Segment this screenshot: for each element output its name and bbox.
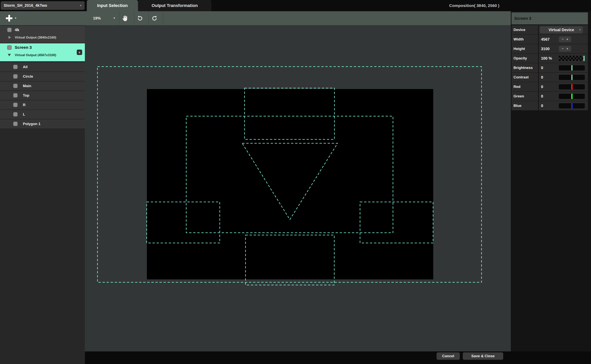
project-dropdown-label: Storm_SH_2016_4kTwo — [4, 3, 47, 7]
rotate-cw-button[interactable] — [149, 11, 160, 25]
prop-value: 100 % — [539, 54, 588, 63]
pan-tool-button[interactable] — [119, 11, 131, 25]
inspector-rows: DeviceVirtual Device▼Width4567−+Height31… — [511, 25, 588, 110]
plus-button[interactable]: + — [566, 47, 568, 51]
circle-checkbox[interactable] — [13, 74, 18, 79]
canvas-svg — [85, 25, 511, 351]
opacity-value: 100 % — [541, 56, 559, 61]
sidebar-children: AllCircleMainTopRLPolygon 1 — [0, 63, 85, 128]
prop-row-contrast: Contrast0 — [511, 73, 588, 82]
virtual-output-label: Virtual Output (3840x2160) — [15, 36, 56, 39]
red-slider[interactable] — [559, 84, 585, 90]
expanded-disclosure-icon[interactable] — [8, 54, 11, 56]
sidebar-item-top[interactable]: Top — [0, 91, 85, 100]
width-stepper[interactable]: −+ — [559, 36, 571, 42]
opacity-slider[interactable] — [559, 56, 585, 61]
collapsed-disclosure-icon[interactable] — [8, 36, 11, 39]
main-checkbox[interactable] — [13, 84, 18, 88]
chevron-down-icon: ▼ — [113, 11, 115, 25]
device-dropdown[interactable]: Virtual Device▼ — [540, 26, 583, 33]
layer-label: Main — [23, 82, 31, 91]
screen-name: 4k — [15, 27, 19, 32]
screen-4k-checkbox[interactable] — [7, 28, 12, 32]
slider-handle[interactable] — [571, 65, 573, 71]
screen-item-4k[interactable]: 4k Virtual Output (3840x2160) — [0, 26, 85, 43]
prop-value: 4567−+ — [539, 35, 588, 44]
height-stepper[interactable]: −+ — [559, 46, 571, 52]
polygon-1-checkbox[interactable] — [13, 122, 18, 126]
prop-row-height: Height3100−+ — [511, 44, 588, 54]
green-slider[interactable] — [559, 94, 585, 99]
green-value: 0 — [541, 94, 559, 98]
screen-3-checkbox[interactable] — [7, 45, 12, 50]
height-value: 3100 — [541, 47, 559, 51]
prop-value: 0 — [539, 91, 588, 101]
prop-label: Green — [511, 91, 539, 101]
footer-bar: Cancel Save & Close — [85, 351, 591, 364]
layer-label: R — [23, 100, 26, 109]
screen-list: 4k Virtual Output (3840x2160) Screen 3 V… — [0, 25, 85, 128]
blue-value: 0 — [541, 104, 559, 108]
prop-label: Brightness — [511, 63, 539, 72]
contrast-slider[interactable] — [559, 75, 585, 80]
prop-label: Height — [511, 44, 539, 53]
blue-slider[interactable] — [559, 103, 585, 108]
sidebar-item-l[interactable]: L — [0, 110, 85, 119]
sidebar-item-r[interactable]: R — [0, 100, 85, 109]
prop-label: Red — [511, 82, 539, 91]
chevron-down-icon: ▼ — [579, 26, 581, 33]
screen-item-screen-3[interactable]: Screen 3 Virtual Output (4567x3100) x — [0, 43, 85, 62]
rotate-ccw-button[interactable] — [134, 11, 146, 25]
tab-output-transformation[interactable]: Output Transformation — [138, 0, 211, 11]
add-menu-chevron-down-icon[interactable]: ▼ — [14, 17, 17, 20]
tab-input-selection[interactable]: Input Selection — [87, 0, 138, 11]
add-screen-button[interactable] — [6, 14, 13, 22]
top-checkbox[interactable] — [13, 93, 18, 98]
r-checkbox[interactable] — [13, 103, 18, 107]
minus-button[interactable]: − — [562, 47, 564, 51]
prop-label: Opacity — [511, 54, 539, 63]
prop-row-brightness: Brightness0 — [511, 63, 588, 73]
plus-button[interactable]: + — [566, 37, 568, 41]
slider-handle[interactable] — [571, 103, 573, 108]
prop-value: 0 — [539, 73, 588, 82]
minus-button[interactable]: − — [562, 37, 564, 41]
zoom-level-value: 19% — [93, 11, 101, 25]
sidebar-add-bar: ▼ — [0, 11, 85, 25]
sidebar-item-main[interactable]: Main — [0, 82, 85, 91]
prop-row-opacity: Opacity100 % — [511, 54, 588, 63]
sidebar-item-all[interactable]: All — [0, 63, 85, 72]
save-close-button[interactable]: Save & Close — [463, 352, 503, 360]
red-value: 0 — [541, 84, 559, 89]
l-checkbox[interactable] — [13, 112, 18, 117]
slider-handle[interactable] — [571, 84, 573, 90]
brightness-slider[interactable] — [559, 65, 585, 71]
composition-size-label: Composition( 3840, 2560 ) — [449, 0, 499, 11]
close-screen-button[interactable]: x — [77, 50, 82, 55]
sidebar-item-circle[interactable]: Circle — [0, 72, 85, 81]
layer-label: Circle — [23, 72, 33, 81]
mapping-canvas[interactable] — [85, 25, 511, 351]
prop-row-width: Width4567−+ — [511, 35, 588, 44]
sidebar-item-polygon-1[interactable]: Polygon 1 — [0, 119, 85, 128]
composition-area — [147, 89, 433, 280]
prop-row-blue: Blue0 — [511, 101, 588, 110]
hand-icon — [122, 15, 129, 22]
prop-value: 0 — [539, 101, 588, 110]
prop-value: 0 — [539, 63, 588, 72]
brightness-value: 0 — [541, 66, 559, 70]
top-bar: Storm_SH_2016_4kTwo ▼ Input Selection Ou… — [0, 0, 591, 11]
zoom-level-dropdown[interactable]: 19% ▼ — [88, 11, 119, 25]
project-dropdown[interactable]: Storm_SH_2016_4kTwo ▼ — [1, 1, 85, 10]
redo-rotate-cw-icon — [151, 15, 158, 21]
all-checkbox[interactable] — [13, 65, 18, 69]
cancel-button[interactable]: Cancel — [437, 352, 460, 360]
slider-handle[interactable] — [583, 56, 585, 61]
contrast-value: 0 — [541, 75, 559, 80]
virtual-output-label: Virtual Output (4567x3100) — [15, 53, 56, 57]
prop-value: 3100−+ — [539, 44, 588, 53]
slider-handle[interactable] — [571, 94, 573, 99]
undo-rotate-ccw-icon — [137, 15, 143, 21]
canvas-toolbar: 19% ▼ — [85, 11, 511, 25]
slider-handle[interactable] — [571, 75, 573, 80]
